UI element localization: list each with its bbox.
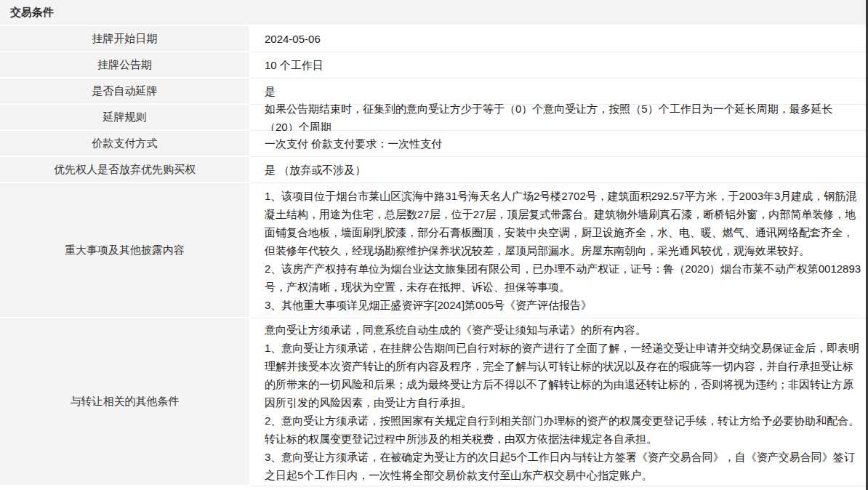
row-label: 优先权人是否放弃优先购买权 xyxy=(0,157,251,183)
table-row: 优先权人是否放弃优先购买权 是 （放弃或不涉及） xyxy=(0,157,868,183)
table-row: 挂牌开始日期 2024-05-06 xyxy=(0,26,868,52)
value-paragraph: 3、意向受让方须承诺，在被确定为受让方的次日起5个工作日内与转让方签署《资产交易… xyxy=(265,448,864,484)
row-label: 挂牌开始日期 xyxy=(0,26,251,52)
value-paragraph: 1、意向受让方须承诺，在挂牌公告期间已自行对标的资产进行了全面了解，一经递交受让… xyxy=(265,339,864,411)
table-row: 挂牌公告期 10 个工作日 xyxy=(0,52,868,79)
row-value: 一次支付 价款支付要求：一次性支付 xyxy=(251,131,868,157)
row-label: 重大事项及其他披露内容 xyxy=(0,183,251,318)
value-paragraph: 意向受让方须承诺，同意系统自动生成的《资产受让须知与承诺》的所有内容。 xyxy=(265,321,864,339)
row-value: 10 个工作日 xyxy=(251,52,868,79)
section-title: 交易条件 xyxy=(0,0,868,26)
row-label: 挂牌公告期 xyxy=(0,52,251,79)
value-paragraph: 3、其他重大事项详见烟正盛资评字[2024]第005号《资产评估报告》 xyxy=(265,296,864,314)
row-value: 是 （放弃或不涉及） xyxy=(251,157,868,183)
row-value: 如果公告期结束时，征集到的意向受让方少于等于（0）个意向受让方，按照（5）个工作… xyxy=(251,105,868,131)
table-row: 延牌规则 如果公告期结束时，征集到的意向受让方少于等于（0）个意向受让方，按照（… xyxy=(0,105,868,131)
row-value: 意向受让方须承诺，同意系统自动生成的《资产受让须知与承诺》的所有内容。 1、意向… xyxy=(251,318,868,486)
row-label: 延牌规则 xyxy=(0,105,251,131)
table-row: 价款支付方式 一次支付 价款支付要求：一次性支付 xyxy=(0,131,868,157)
row-value: 2024-05-06 xyxy=(251,26,868,52)
transaction-conditions-panel: 交易条件 挂牌开始日期 2024-05-06 挂牌公告期 10 个工作日 是否自… xyxy=(0,0,868,486)
value-paragraph: 2、意向受让方须承诺，按照国家有关规定自行到相关部门办理标的资产的权属变更登记手… xyxy=(265,411,864,448)
row-label: 价款支付方式 xyxy=(0,131,251,157)
table-row: 重大事项及其他披露内容 1、该项目位于烟台市莱山区滨海中路31号海天名人广场2号… xyxy=(0,183,868,318)
value-paragraph: 2、该房产产权持有单位为烟台业达文旅集团有限公司，已办理不动产权证，证号：鲁（2… xyxy=(265,260,864,296)
row-label: 与转让相关的其他条件 xyxy=(0,318,251,486)
row-value: 1、该项目位于烟台市莱山区滨海中路31号海天名人广场2号楼2702号，建筑面积2… xyxy=(251,183,868,318)
row-label: 是否自动延牌 xyxy=(0,79,251,105)
value-paragraph: 1、该项目位于烟台市莱山区滨海中路31号海天名人广场2号楼2702号，建筑面积2… xyxy=(265,187,864,260)
table-row: 与转让相关的其他条件 意向受让方须承诺，同意系统自动生成的《资产受让须知与承诺》… xyxy=(0,318,868,486)
